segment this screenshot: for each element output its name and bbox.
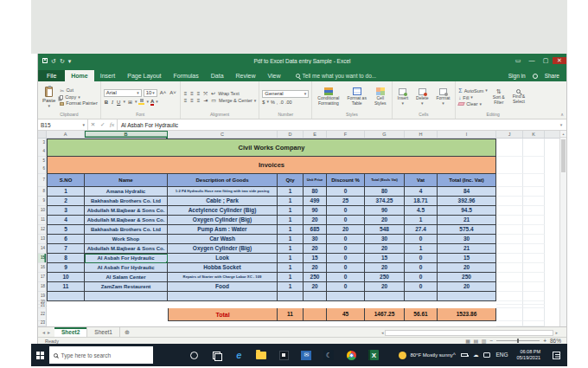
cell-empty[interactable] (496, 308, 523, 321)
photos-button[interactable] (278, 349, 290, 361)
cell[interactable]: Cable ; Park (168, 197, 278, 206)
new-sheet-icon[interactable]: ⊕ (120, 327, 134, 337)
minimize-icon[interactable]: — (525, 57, 539, 64)
cell-empty[interactable] (496, 235, 523, 244)
tab-insert[interactable]: Insert (94, 70, 122, 81)
hscroll-right-icon[interactable]: ▸ (555, 330, 558, 335)
cell[interactable]: 0 (405, 263, 438, 273)
cell[interactable]: 0 (405, 282, 438, 292)
cell-empty[interactable] (47, 308, 168, 321)
cell[interactable]: 21 (438, 244, 496, 254)
cell[interactable]: 1 (278, 263, 304, 273)
name-box[interactable]: B15 ▾ (38, 119, 88, 130)
cell-empty[interactable] (496, 263, 523, 273)
cell[interactable]: 15 (304, 254, 327, 263)
cell[interactable]: 0 (327, 187, 365, 197)
total-cell[interactable]: 56.61 (405, 308, 438, 321)
tab-view[interactable]: View (262, 70, 287, 81)
cell[interactable]: 548 (365, 225, 405, 235)
total-label-cell[interactable]: Total (168, 308, 278, 321)
row-number[interactable]: 18 (38, 282, 47, 292)
cell[interactable] (405, 292, 438, 301)
cell-empty[interactable] (496, 139, 523, 157)
cell[interactable]: Look (168, 254, 278, 263)
cell[interactable]: 4 (405, 187, 438, 197)
header-cell[interactable]: Total (Inc. Vat) (438, 174, 496, 187)
cell[interactable]: 685 (304, 225, 327, 235)
total-cell[interactable]: 11 (278, 308, 304, 321)
cell[interactable]: Car Wash (168, 235, 278, 244)
cell[interactable]: 4 (47, 216, 85, 225)
header-cell[interactable]: Discount % (327, 174, 365, 187)
cell[interactable]: 1 (47, 187, 85, 197)
align-middle-icon[interactable] (189, 91, 195, 96)
cell[interactable]: 94.5 (438, 206, 496, 216)
enter-entry-icon[interactable]: ✓ (100, 121, 105, 128)
cell[interactable]: 25 (327, 197, 365, 206)
cell[interactable]: 2 (47, 197, 85, 206)
formula-bar-value[interactable]: Al Asbah For Hydraulic (118, 119, 556, 130)
cell[interactable]: 20 (327, 225, 365, 235)
cell[interactable]: 90 (365, 206, 405, 216)
insert-function-icon[interactable]: fx (110, 121, 114, 128)
cell-empty[interactable] (496, 225, 523, 235)
hscroll-track[interactable] (385, 330, 553, 336)
cell[interactable]: 80 (365, 187, 405, 197)
sign-in-link[interactable]: Sign in (508, 73, 526, 79)
network-icon[interactable] (483, 352, 490, 358)
cell[interactable]: 80 (304, 187, 327, 197)
cell[interactable]: 250 (438, 273, 496, 282)
cell-empty[interactable] (523, 187, 545, 197)
zoom-out-icon[interactable]: − (489, 338, 493, 344)
cloud-icon[interactable]: ☁ (473, 352, 479, 358)
cell[interactable]: Bakhashab Brothers Co. Ltd (85, 225, 168, 235)
conditional-formatting-button[interactable]: Conditional Formatting (315, 87, 342, 107)
expand-formula-bar-icon[interactable]: ▾ (556, 119, 566, 130)
mail-button[interactable] (300, 349, 312, 361)
taskbar-search-box[interactable]: Type here to search (49, 346, 154, 364)
cell[interactable]: 4.5 (405, 206, 438, 216)
row-number[interactable]: 22 (38, 308, 47, 321)
table-title[interactable]: Civil Works Company (47, 139, 496, 157)
cell[interactable]: 21 (438, 216, 496, 225)
cell-empty[interactable] (496, 174, 523, 187)
cell-empty[interactable] (496, 187, 523, 197)
maximize-icon[interactable]: ▢ (539, 57, 553, 64)
cell[interactable]: 3 (47, 206, 85, 216)
cell[interactable]: 1 (278, 187, 304, 197)
total-cell[interactable]: 1467.25 (365, 308, 405, 321)
row-number[interactable]: 34 (38, 139, 47, 157)
action-center-icon[interactable] (553, 352, 560, 359)
hscroll-left-icon[interactable]: ◂ (381, 330, 384, 335)
tab-formulas[interactable]: Formulas (168, 70, 205, 81)
comma-style-icon[interactable]: , (277, 100, 278, 105)
cell-empty[interactable] (496, 282, 523, 292)
cell-empty[interactable] (523, 292, 545, 301)
tab-data[interactable]: Data (205, 70, 230, 81)
cell[interactable]: 20 (365, 282, 405, 292)
cell[interactable]: Hobba Socket (168, 263, 278, 273)
cell[interactable]: 20 (304, 216, 327, 225)
cell[interactable]: 7 (47, 244, 85, 254)
cell-empty[interactable] (523, 216, 545, 225)
scroll-up-icon[interactable]: ▴ (560, 131, 566, 138)
cell[interactable]: 0 (327, 216, 365, 225)
cell[interactable]: 392.96 (438, 197, 496, 206)
decrease-decimal-icon[interactable]: .00 (285, 100, 292, 105)
collapse-ribbon-icon[interactable]: ∧ (560, 112, 564, 117)
grow-font-icon[interactable]: A˄ (159, 90, 168, 95)
cell[interactable] (365, 292, 405, 301)
row-number[interactable]: 11 (38, 216, 47, 225)
header-cell[interactable]: S.NO (47, 174, 85, 187)
cell[interactable]: 1 (278, 216, 304, 225)
selected-cell-B15[interactable]: Al Asbah For Hydraulic (85, 254, 168, 263)
ribbon-display-options-icon[interactable]: ▭ (511, 57, 525, 64)
column-header-C[interactable]: C (168, 131, 278, 138)
cell[interactable]: 20 (365, 244, 405, 254)
sort-filter-button[interactable]: Sort & Filter (490, 88, 508, 106)
sheet-tab-sheet2[interactable]: Sheet2 (54, 327, 87, 337)
accounting-format-icon[interactable]: $ (262, 100, 265, 105)
vertical-scrollbar[interactable]: ▴ (559, 131, 566, 326)
row-number[interactable]: 9 (38, 197, 47, 206)
align-left-icon[interactable] (183, 98, 189, 103)
